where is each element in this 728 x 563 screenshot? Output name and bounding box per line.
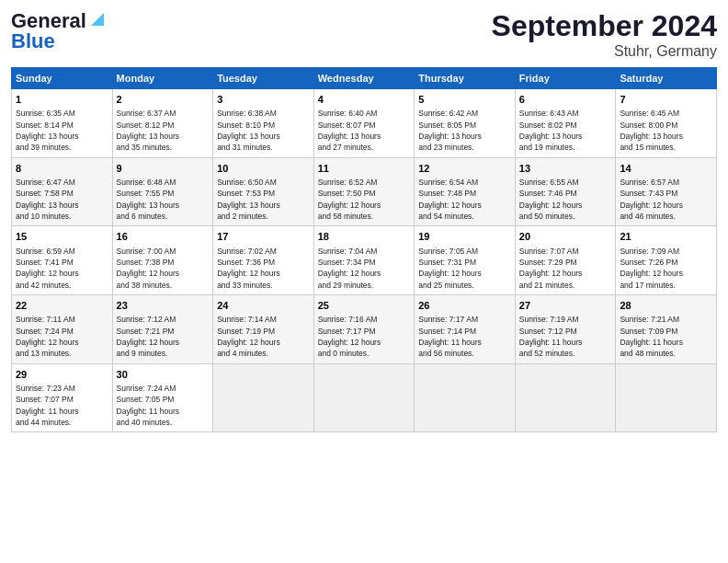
- day-number: 24: [217, 299, 310, 313]
- day-info-line: Sunrise: 6:45 AM: [620, 108, 712, 119]
- day-number: 29: [16, 368, 108, 382]
- day-cell: 19Sunrise: 7:05 AMSunset: 7:31 PMDayligh…: [415, 226, 516, 295]
- day-info-line: and 40 minutes.: [117, 417, 210, 428]
- day-info-line: Daylight: 12 hours: [318, 200, 411, 211]
- day-info-line: Sunset: 8:00 PM: [620, 120, 712, 131]
- day-info-line: Sunset: 8:05 PM: [418, 120, 511, 131]
- day-info-line: Sunrise: 7:14 AM: [217, 314, 310, 325]
- day-info-line: and 52 minutes.: [519, 348, 612, 359]
- day-number: 23: [117, 299, 210, 313]
- day-cell: [313, 363, 415, 432]
- title-block: September 2024 Stuhr, Germany: [492, 9, 717, 60]
- day-cell: 3Sunrise: 6:38 AMSunset: 8:10 PMDaylight…: [213, 89, 314, 158]
- day-cell: [213, 363, 314, 432]
- day-number: 9: [117, 162, 210, 176]
- day-number: 19: [418, 230, 511, 244]
- day-info-line: Daylight: 13 hours: [519, 131, 612, 142]
- week-row-3: 15Sunrise: 6:59 AMSunset: 7:41 PMDayligh…: [12, 226, 717, 295]
- day-cell: 23Sunrise: 7:12 AMSunset: 7:21 PMDayligh…: [112, 294, 213, 363]
- day-number: 2: [117, 93, 210, 107]
- day-info-line: Daylight: 12 hours: [418, 268, 511, 279]
- day-info-line: Sunset: 7:31 PM: [418, 257, 511, 268]
- logo-arrow-icon: [87, 9, 108, 29]
- day-cell: 1Sunrise: 6:35 AMSunset: 8:14 PMDaylight…: [12, 89, 113, 158]
- day-info-line: and 46 minutes.: [620, 211, 712, 222]
- day-info-line: and 58 minutes.: [318, 211, 411, 222]
- day-info-line: Daylight: 12 hours: [519, 268, 612, 279]
- day-number: 17: [217, 230, 310, 244]
- day-number: 6: [519, 93, 612, 107]
- day-info-line: and 10 minutes.: [16, 211, 108, 222]
- day-info-line: and 33 minutes.: [217, 280, 310, 291]
- day-info-line: Sunrise: 6:35 AM: [16, 108, 108, 119]
- day-info-line: Sunrise: 6:38 AM: [217, 108, 310, 119]
- day-info-line: Daylight: 11 hours: [418, 337, 511, 348]
- day-info-line: and 25 minutes.: [418, 280, 511, 291]
- day-info-line: and 19 minutes.: [519, 142, 612, 153]
- day-info-line: Sunrise: 7:02 AM: [217, 246, 310, 257]
- day-info-line: Sunrise: 6:37 AM: [117, 108, 210, 119]
- day-number: 20: [519, 230, 612, 244]
- page-header: General Blue September 2024 Stuhr, Germa…: [11, 9, 717, 60]
- day-cell: 20Sunrise: 7:07 AMSunset: 7:29 PMDayligh…: [515, 226, 616, 295]
- day-info-line: Daylight: 13 hours: [318, 131, 411, 142]
- day-info-line: Sunrise: 7:07 AM: [519, 246, 612, 257]
- day-info-line: and 27 minutes.: [318, 142, 411, 153]
- day-number: 28: [620, 299, 712, 313]
- day-number: 25: [318, 299, 411, 313]
- day-cell: 29Sunrise: 7:23 AMSunset: 7:07 PMDayligh…: [12, 363, 113, 432]
- day-number: 30: [117, 368, 210, 382]
- col-saturday: Saturday: [616, 68, 717, 89]
- day-info-line: Daylight: 11 hours: [620, 337, 712, 348]
- day-info-line: and 56 minutes.: [418, 348, 511, 359]
- day-cell: 6Sunrise: 6:43 AMSunset: 8:02 PMDaylight…: [515, 89, 616, 158]
- day-info-line: Sunset: 7:43 PM: [620, 188, 712, 199]
- day-info-line: and 4 minutes.: [217, 348, 310, 359]
- day-info-line: and 29 minutes.: [318, 280, 411, 291]
- day-info-line: Sunset: 7:14 PM: [418, 326, 511, 337]
- day-info-line: Sunset: 7:53 PM: [217, 188, 310, 199]
- day-info-line: and 42 minutes.: [16, 280, 108, 291]
- day-info-line: Sunrise: 6:55 AM: [519, 177, 612, 188]
- day-info-line: Daylight: 13 hours: [16, 200, 108, 211]
- day-cell: 26Sunrise: 7:17 AMSunset: 7:14 PMDayligh…: [415, 294, 516, 363]
- day-info-line: Daylight: 13 hours: [620, 131, 712, 142]
- day-info-line: and 17 minutes.: [620, 280, 712, 291]
- day-cell: 27Sunrise: 7:19 AMSunset: 7:12 PMDayligh…: [515, 294, 616, 363]
- day-info-line: Sunset: 8:07 PM: [318, 120, 411, 131]
- day-info-line: Sunrise: 6:43 AM: [519, 108, 612, 119]
- day-info-line: Sunrise: 6:50 AM: [217, 177, 310, 188]
- day-cell: 12Sunrise: 6:54 AMSunset: 7:48 PMDayligh…: [415, 157, 516, 226]
- day-info-line: and 6 minutes.: [117, 211, 210, 222]
- day-info-line: Sunrise: 6:57 AM: [620, 177, 712, 188]
- day-cell: 15Sunrise: 6:59 AMSunset: 7:41 PMDayligh…: [12, 226, 113, 295]
- day-number: 1: [16, 93, 108, 107]
- day-info-line: Sunrise: 7:04 AM: [318, 246, 411, 257]
- col-monday: Monday: [112, 68, 213, 89]
- day-cell: 14Sunrise: 6:57 AMSunset: 7:43 PMDayligh…: [616, 157, 717, 226]
- day-info-line: Sunset: 8:02 PM: [519, 120, 612, 131]
- day-info-line: Sunset: 7:07 PM: [16, 394, 108, 405]
- day-cell: 8Sunrise: 6:47 AMSunset: 7:58 PMDaylight…: [12, 157, 113, 226]
- day-info-line: Daylight: 12 hours: [217, 337, 310, 348]
- calendar-title: September 2024: [492, 9, 717, 43]
- logo: General Blue: [11, 9, 108, 53]
- day-number: 8: [16, 162, 108, 176]
- day-cell: [515, 363, 616, 432]
- day-cell: 16Sunrise: 7:00 AMSunset: 7:38 PMDayligh…: [112, 226, 213, 295]
- day-info-line: Sunset: 7:38 PM: [117, 257, 210, 268]
- day-cell: 5Sunrise: 6:42 AMSunset: 8:05 PMDaylight…: [415, 89, 516, 158]
- day-info-line: Sunrise: 6:42 AM: [418, 108, 511, 119]
- day-cell: 21Sunrise: 7:09 AMSunset: 7:26 PMDayligh…: [616, 226, 717, 295]
- day-info-line: and 23 minutes.: [418, 142, 511, 153]
- day-info-line: and 15 minutes.: [620, 142, 712, 153]
- day-info-line: and 31 minutes.: [217, 142, 310, 153]
- day-info-line: Daylight: 12 hours: [217, 268, 310, 279]
- day-info-line: Sunrise: 7:24 AM: [117, 383, 210, 394]
- day-number: 12: [418, 162, 511, 176]
- day-info-line: Sunset: 8:10 PM: [217, 120, 310, 131]
- day-info-line: Sunset: 7:29 PM: [519, 257, 612, 268]
- day-info-line: Sunrise: 6:48 AM: [117, 177, 210, 188]
- day-info-line: Daylight: 12 hours: [318, 337, 411, 348]
- day-info-line: Sunset: 7:05 PM: [117, 394, 210, 405]
